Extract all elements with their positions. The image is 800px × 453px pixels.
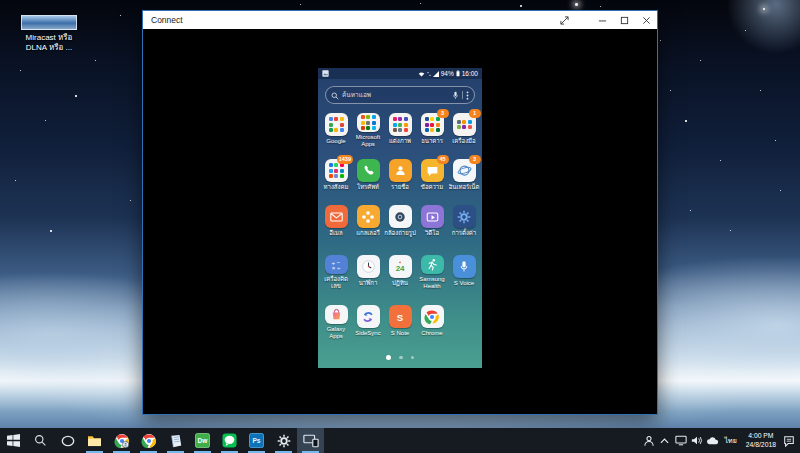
file-explorer[interactable] <box>81 428 108 453</box>
app-tile[interactable]: แต่งภาพ <box>384 113 416 147</box>
magnifier-icon <box>331 92 339 100</box>
windows-settings[interactable] <box>270 428 297 453</box>
onedrive-tray-button[interactable] <box>705 436 721 445</box>
app-label: กล้องถ่ายรูป <box>384 230 415 237</box>
star <box>660 40 661 41</box>
menu-dots-icon[interactable] <box>466 86 469 104</box>
folder-icon <box>357 113 380 132</box>
search-icon <box>34 434 47 447</box>
file-explorer-icon <box>87 434 102 447</box>
taskbar-apps: DwPs <box>0 428 324 453</box>
notepad[interactable] <box>162 428 189 453</box>
star <box>700 60 701 61</box>
star <box>520 5 522 7</box>
battery-percent: 94% <box>441 70 454 77</box>
star <box>300 4 301 5</box>
expand-button[interactable] <box>553 11 575 29</box>
battery-icon <box>456 70 460 77</box>
app-row: GoogleMicrosoft Appsแต่งภาพ3ธนาคาร1เครื่… <box>320 113 480 147</box>
shortcut-label: Miracast หรือ DLNA หรือ ... <box>26 33 73 53</box>
mic-icon <box>452 91 459 100</box>
chrome[interactable] <box>135 428 162 453</box>
action-center-icon <box>783 435 795 447</box>
onedrive-icon <box>706 436 719 445</box>
app-tile[interactable]: 45ข้อความ <box>416 159 448 193</box>
app-label: Microsoft Apps <box>352 134 384 147</box>
display-tray-button[interactable] <box>673 435 689 446</box>
language-indicator[interactable]: ไทย <box>721 435 741 446</box>
app-label: Galaxy Apps <box>320 326 352 339</box>
page-indicator <box>318 355 482 360</box>
app-label: ปฏิทิน <box>392 280 408 287</box>
phone-status-bar: 94% 16:00 <box>318 68 482 79</box>
desktop-shortcut-miracast[interactable]: Miracast หรือ DLNA หรือ ... <box>5 15 93 53</box>
app-tile[interactable]: 1439ทางสังคม <box>320 159 352 193</box>
app-tile[interactable]: โทรศัพท์ <box>352 159 384 193</box>
app-tile[interactable]: Google <box>320 113 352 147</box>
expand-icon <box>560 16 569 25</box>
tray-icons <box>641 435 721 447</box>
minimize-button[interactable] <box>591 11 613 29</box>
app-tile[interactable]: วิดีโอ <box>416 205 448 239</box>
taskbar-clock[interactable]: 4:00 PM 24/8/2018 <box>741 432 781 449</box>
app-label: วิดีโอ <box>425 230 439 237</box>
screenshot-icon <box>322 70 329 78</box>
close-button[interactable] <box>635 11 657 29</box>
app-tile[interactable]: รายชื่อ <box>384 159 416 193</box>
star <box>130 200 131 201</box>
app-tile[interactable]: Chrome <box>416 305 448 339</box>
star <box>120 15 121 16</box>
folder-icon: 1439 <box>325 159 348 182</box>
line-app[interactable] <box>216 428 243 453</box>
star <box>690 210 691 211</box>
app-tile[interactable]: 24ปฏิทิน <box>384 255 416 289</box>
notification-badge: 45 <box>437 155 449 164</box>
app-tile[interactable]: อีเมล <box>320 205 352 239</box>
photoshop[interactable]: Ps <box>243 428 270 453</box>
app-tile[interactable]: แกลเลอรี่ <box>352 205 384 239</box>
star <box>720 160 721 161</box>
chrome-profile[interactable] <box>108 428 135 453</box>
star <box>420 3 421 4</box>
taskbar-search[interactable] <box>27 428 54 453</box>
app-tile[interactable]: S Voice <box>448 255 480 289</box>
connect-app[interactable] <box>297 428 324 453</box>
start-button[interactable] <box>0 428 27 453</box>
maximize-button[interactable] <box>613 11 635 29</box>
volume-tray-button[interactable] <box>689 435 705 446</box>
maximize-icon <box>620 16 629 25</box>
app-tile[interactable]: SS Note <box>384 305 416 339</box>
app-label: S Voice <box>454 280 474 287</box>
app-tile[interactable]: Galaxy Apps <box>320 305 352 339</box>
chevron-up-tray-button[interactable] <box>657 438 673 444</box>
app-tile[interactable]: SideSync <box>352 305 384 339</box>
star <box>15 180 16 181</box>
messages-icon: 45 <box>421 159 444 182</box>
phone-mirror[interactable]: 94% 16:00 ค้นหาแอพ GoogleMicrosoft Appsแ… <box>318 68 482 368</box>
app-tile[interactable]: Microsoft Apps <box>352 113 384 147</box>
dreamweaver[interactable]: Dw <box>189 428 216 453</box>
notification-badge: 3 <box>437 109 449 118</box>
task-view[interactable] <box>54 428 81 453</box>
app-tile[interactable]: การตั้งค่า <box>448 205 480 239</box>
app-search-bar[interactable]: ค้นหาแอพ <box>325 86 475 104</box>
app-label: Samsung Health <box>416 276 448 289</box>
phone-icon <box>357 159 380 182</box>
star <box>95 60 96 61</box>
star <box>685 120 687 122</box>
folder-icon <box>325 113 348 136</box>
app-tile[interactable]: + −× ÷เครื่องคิดเลข <box>320 255 352 289</box>
app-tile[interactable]: Samsung Health <box>416 255 448 289</box>
app-tile[interactable]: 1เครื่องมือ <box>448 113 480 147</box>
app-tile[interactable]: นาฬิกา <box>352 255 384 289</box>
chrome-icon <box>421 305 444 328</box>
app-tile[interactable]: 3ธนาคาร <box>416 113 448 147</box>
app-tile[interactable]: 3อินเทอร์เน็ต <box>448 159 480 193</box>
connect-icon <box>303 434 319 448</box>
mic-icon[interactable] <box>452 86 459 104</box>
action-center-icon[interactable] <box>781 428 797 453</box>
app-tile[interactable]: กล้องถ่ายรูป <box>384 205 416 239</box>
folder-mini-icons <box>393 117 408 132</box>
people-tray-button[interactable] <box>641 435 657 447</box>
app-label: Google <box>326 138 345 145</box>
